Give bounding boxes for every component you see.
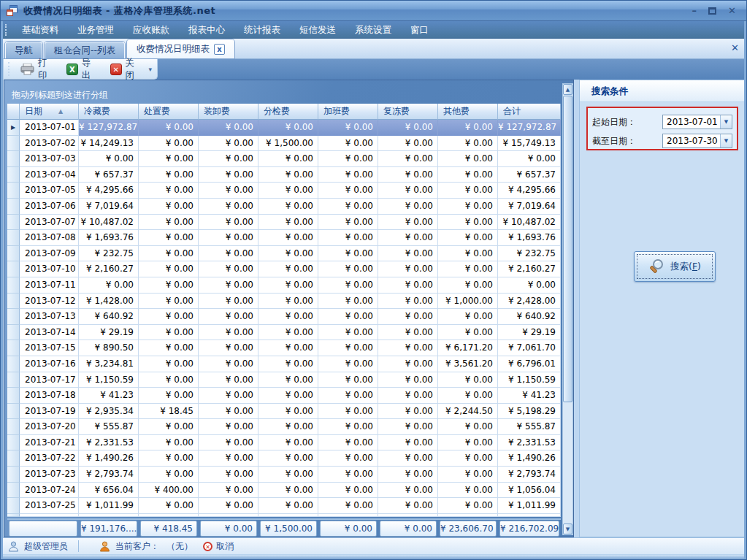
cell-value[interactable]: ¥ 0.00 — [378, 467, 438, 483]
cell-value[interactable]: ¥ 0.00 — [139, 450, 199, 467]
cell-date[interactable]: 2013-07-17 — [20, 372, 79, 388]
cell-value[interactable]: ¥ 127,972.87 — [79, 120, 139, 136]
cell-value[interactable]: ¥ 0.00 — [378, 277, 438, 294]
cell-value[interactable]: ¥ 0.00 — [378, 230, 438, 246]
cell-value[interactable]: ¥ 10,487.02 — [498, 215, 561, 231]
cell-date[interactable]: 2013-07-08 — [20, 230, 79, 246]
cell-date[interactable]: 2013-07-03 — [20, 151, 79, 167]
cell-value[interactable]: ¥ 4,295.66 — [79, 183, 139, 199]
column-header[interactable]: 日期▲ — [20, 104, 79, 120]
column-header[interactable]: 加班费 — [318, 104, 378, 120]
cell-value[interactable]: ¥ 890.50 — [79, 340, 139, 356]
close-tab-group-icon[interactable]: ✕ — [731, 42, 739, 53]
cell-value[interactable]: ¥ 0.00 — [378, 325, 438, 341]
end-date-dropdown-icon[interactable]: ▼ — [720, 134, 732, 147]
cell-value[interactable]: ¥ 1,056.04 — [498, 483, 561, 499]
cell-value[interactable]: ¥ 0.00 — [258, 450, 318, 467]
cell-value[interactable]: ¥ 0.00 — [318, 356, 378, 372]
cell-value[interactable]: ¥ 0.00 — [258, 151, 318, 167]
cell-value[interactable]: ¥ 0.00 — [438, 120, 498, 136]
cell-value[interactable]: ¥ 0.00 — [438, 199, 498, 215]
cell-value[interactable]: ¥ 232.75 — [79, 246, 139, 262]
cell-value[interactable]: ¥ 0.00 — [139, 277, 199, 294]
cell-value[interactable]: ¥ 0.00 — [199, 230, 258, 246]
menu-item[interactable]: 统计报表 — [234, 21, 290, 39]
cell-value[interactable]: ¥ 0.00 — [258, 120, 318, 136]
cell-value[interactable]: ¥ 0.00 — [139, 136, 199, 152]
table-row[interactable]: 2013-07-19¥ 2,935.34¥ 18.45¥ 0.00¥ 0.00¥… — [7, 404, 561, 420]
cell-date[interactable]: 2013-07-18 — [20, 388, 79, 404]
cell-value[interactable]: ¥ 1,150.59 — [498, 372, 561, 388]
cell-value[interactable]: ¥ 6,796.01 — [498, 356, 561, 372]
cell-value[interactable]: ¥ 1,693.76 — [498, 230, 561, 246]
cell-value[interactable]: ¥ 2,160.27 — [498, 261, 561, 277]
vertical-scrollbar[interactable]: ▲ ▼ — [562, 83, 573, 535]
cell-date[interactable]: 2013-07-06 — [20, 199, 79, 215]
cell-value[interactable]: ¥ 0.00 — [258, 199, 318, 215]
cell-value[interactable]: ¥ 0.00 — [258, 277, 318, 294]
cell-value[interactable]: ¥ 0.00 — [378, 199, 438, 215]
chevron-down-icon[interactable]: ▾ — [148, 66, 152, 73]
column-header[interactable]: 合计 — [498, 104, 561, 120]
cell-value[interactable]: ¥ 640.92 — [79, 309, 139, 325]
cell-value[interactable]: ¥ 0.00 — [79, 151, 139, 167]
cell-value[interactable]: ¥ 0.00 — [438, 388, 498, 404]
cell-value[interactable]: ¥ 0.00 — [258, 483, 318, 499]
cell-value[interactable]: ¥ 0.00 — [139, 325, 199, 341]
cell-value[interactable]: ¥ 0.00 — [199, 467, 258, 483]
cell-value[interactable]: ¥ 0.00 — [318, 136, 378, 152]
cell-value[interactable]: ¥ 0.00 — [258, 419, 318, 435]
cell-value[interactable]: ¥ 0.00 — [378, 356, 438, 372]
cell-value[interactable]: ¥ 0.00 — [318, 419, 378, 435]
cell-value[interactable]: ¥ 2,793.74 — [79, 467, 139, 483]
cell-value[interactable]: ¥ 0.00 — [139, 199, 199, 215]
cell-value[interactable]: ¥ 0.00 — [199, 309, 258, 325]
cell-value[interactable]: ¥ 0.00 — [258, 325, 318, 341]
cell-value[interactable]: ¥ 7,019.64 — [79, 199, 139, 215]
table-row[interactable]: 2013-07-13¥ 640.92¥ 0.00¥ 0.00¥ 0.00¥ 0.… — [7, 309, 561, 325]
cell-value[interactable]: ¥ 0.00 — [438, 151, 498, 167]
cell-value[interactable]: ¥ 0.00 — [318, 404, 378, 420]
cell-value[interactable]: ¥ 0.00 — [199, 483, 258, 499]
cell-date[interactable]: 2013-07-07 — [20, 215, 79, 231]
scrollbar-thumb[interactable] — [563, 96, 572, 402]
cell-value[interactable]: ¥ 2,428.00 — [498, 294, 561, 310]
cell-date[interactable]: 2013-07-15 — [20, 340, 79, 356]
scroll-down-icon[interactable]: ▼ — [563, 523, 572, 534]
cell-value[interactable]: ¥ 0.00 — [139, 435, 199, 451]
cell-value[interactable]: ¥ 0.00 — [139, 294, 199, 310]
column-header[interactable]: 冷藏费 — [79, 104, 139, 120]
cell-value[interactable]: ¥ 0.00 — [378, 450, 438, 467]
cell-value[interactable]: ¥ 0.00 — [378, 514, 438, 517]
table-row[interactable]: 2013-07-25¥ 1,011.99¥ 0.00¥ 0.00¥ 0.00¥ … — [7, 498, 561, 514]
cell-value[interactable]: ¥ 0.00 — [258, 404, 318, 420]
cell-value[interactable]: ¥ 1,074.73 — [498, 514, 561, 517]
cell-value[interactable]: ¥ 1,490.26 — [79, 450, 139, 467]
cell-value[interactable]: ¥ 0.00 — [438, 261, 498, 277]
table-row[interactable]: 2013-07-17¥ 1,150.59¥ 0.00¥ 0.00¥ 0.00¥ … — [7, 372, 561, 388]
cell-value[interactable]: ¥ 0.00 — [378, 340, 438, 356]
cell-value[interactable]: ¥ 0.00 — [438, 246, 498, 262]
cell-value[interactable]: ¥ 0.00 — [318, 199, 378, 215]
cell-value[interactable]: ¥ 0.00 — [258, 514, 318, 517]
cell-value[interactable]: ¥ 0.00 — [258, 340, 318, 356]
cell-value[interactable]: ¥ 0.00 — [318, 309, 378, 325]
cell-value[interactable]: ¥ 0.00 — [378, 435, 438, 451]
cell-date[interactable]: 2013-07-04 — [20, 167, 79, 183]
cell-value[interactable]: ¥ 0.00 — [258, 372, 318, 388]
cell-value[interactable]: ¥ 0.00 — [139, 340, 199, 356]
cell-value[interactable]: ¥ 1,011.99 — [498, 498, 561, 514]
cell-date[interactable]: 2013-07-25 — [20, 498, 79, 514]
cell-value[interactable]: ¥ 0.00 — [199, 246, 258, 262]
cell-value[interactable]: ¥ 0.00 — [318, 167, 378, 183]
minimize-button[interactable]: – — [692, 6, 697, 16]
cell-value[interactable]: ¥ 0.00 — [199, 183, 258, 199]
cell-value[interactable]: ¥ 0.00 — [438, 183, 498, 199]
cell-value[interactable]: ¥ 0.00 — [318, 372, 378, 388]
start-date-combo[interactable]: 2013-07-01 ▼ — [662, 115, 732, 129]
print-button[interactable]: 打印 — [15, 55, 61, 83]
cell-value[interactable]: ¥ 0.00 — [199, 514, 258, 517]
table-row[interactable]: 2013-07-18¥ 41.23¥ 0.00¥ 0.00¥ 0.00¥ 0.0… — [7, 388, 561, 404]
table-row[interactable]: ▶2013-07-01¥ 127,972.87¥ 0.00¥ 0.00¥ 0.0… — [7, 120, 561, 136]
cell-date[interactable]: 2013-07-11 — [20, 277, 79, 294]
